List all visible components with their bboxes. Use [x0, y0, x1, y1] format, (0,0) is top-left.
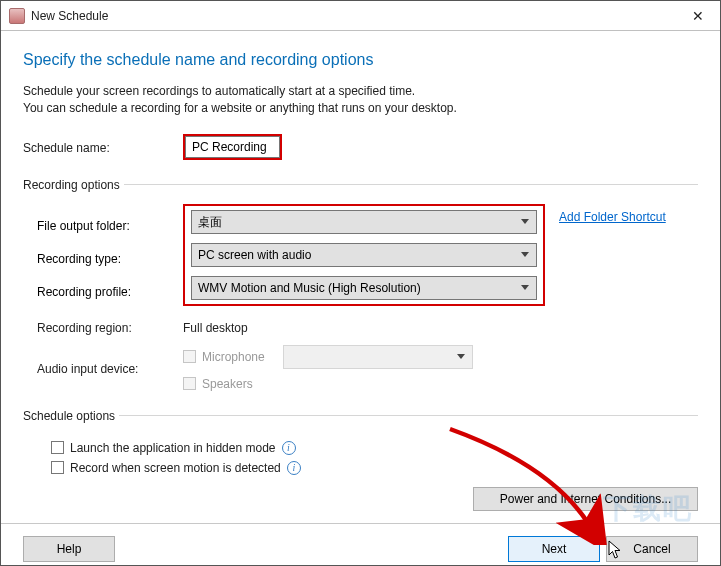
file-output-folder-select-wrap: 桌面: [191, 210, 537, 234]
next-button[interactable]: Next: [508, 536, 600, 562]
description-line-2: You can schedule a recording for a websi…: [23, 101, 457, 115]
content-area: Specify the schedule name and recording …: [1, 31, 720, 523]
file-output-folder-select[interactable]: 桌面: [191, 210, 537, 234]
schedule-options-legend: Schedule options: [23, 409, 119, 423]
microphone-device-select: [283, 345, 473, 369]
recording-profile-select-wrap: WMV Motion and Music (High Resolution): [191, 276, 537, 300]
power-conditions-row: Power and Internet Conditions...: [37, 487, 698, 511]
speakers-checkbox: [183, 377, 196, 390]
description-line-1: Schedule your screen recordings to autom…: [23, 84, 415, 98]
help-button[interactable]: Help: [23, 536, 115, 562]
power-conditions-button[interactable]: Power and Internet Conditions...: [473, 487, 698, 511]
highlight-dropdowns: 桌面 PC screen with audio WMV Motion and M…: [183, 204, 545, 306]
dialog-window: New Schedule ✕ Specify the schedule name…: [0, 0, 721, 566]
add-folder-shortcut-link[interactable]: Add Folder Shortcut: [559, 210, 666, 224]
schedule-options-group: Schedule options Launch the application …: [23, 409, 698, 511]
app-icon: [9, 8, 25, 24]
motion-detected-row: Record when screen motion is detected i: [51, 461, 698, 475]
recording-profile-label: Recording profile:: [37, 276, 183, 309]
info-icon[interactable]: i: [282, 441, 296, 455]
recording-type-select[interactable]: PC screen with audio: [191, 243, 537, 267]
audio-input-device-label: Audio input device:: [37, 360, 183, 376]
microphone-label: Microphone: [202, 350, 265, 364]
schedule-name-row: Schedule name:: [23, 134, 698, 160]
hidden-mode-checkbox[interactable]: [51, 441, 64, 454]
recording-region-label: Recording region:: [37, 319, 183, 335]
schedule-name-label: Schedule name:: [23, 139, 183, 155]
motion-detected-checkbox[interactable]: [51, 461, 64, 474]
schedule-name-input[interactable]: [185, 136, 280, 158]
motion-detected-label: Record when screen motion is detected: [70, 461, 281, 475]
info-icon[interactable]: i: [287, 461, 301, 475]
audio-controls: Microphone Speakers: [183, 345, 473, 391]
recording-region-value: Full desktop: [183, 319, 248, 335]
window-title: New Schedule: [31, 9, 675, 23]
audio-input-device-row: Audio input device: Microphone: [37, 345, 698, 391]
speakers-label: Speakers: [202, 377, 253, 391]
recording-type-select-wrap: PC screen with audio: [191, 243, 537, 267]
recording-options-legend: Recording options: [23, 178, 124, 192]
cancel-button[interactable]: Cancel: [606, 536, 698, 562]
recording-options-labels: File output folder: Recording type: Reco…: [37, 204, 183, 309]
highlight-schedule-name: [183, 134, 282, 160]
recording-options-group: Recording options File output folder: Re…: [23, 178, 698, 401]
recording-options-row: File output folder: Recording type: Reco…: [37, 204, 698, 309]
recording-type-label: Recording type:: [37, 243, 183, 276]
hidden-mode-label: Launch the application in hidden mode: [70, 441, 276, 455]
microphone-select-wrap: [283, 345, 473, 369]
close-button[interactable]: ✕: [675, 1, 720, 31]
footer-bar: Help Next Cancel: [1, 523, 720, 566]
microphone-checkbox: [183, 350, 196, 363]
recording-options-aside: Add Folder Shortcut: [545, 204, 666, 224]
hidden-mode-row: Launch the application in hidden mode i: [51, 441, 698, 455]
page-heading: Specify the schedule name and recording …: [23, 51, 698, 69]
recording-region-row: Recording region: Full desktop: [37, 319, 698, 335]
title-bar: New Schedule ✕: [1, 1, 720, 31]
page-description: Schedule your screen recordings to autom…: [23, 83, 698, 118]
recording-profile-select[interactable]: WMV Motion and Music (High Resolution): [191, 276, 537, 300]
file-output-folder-label: File output folder:: [37, 210, 183, 243]
